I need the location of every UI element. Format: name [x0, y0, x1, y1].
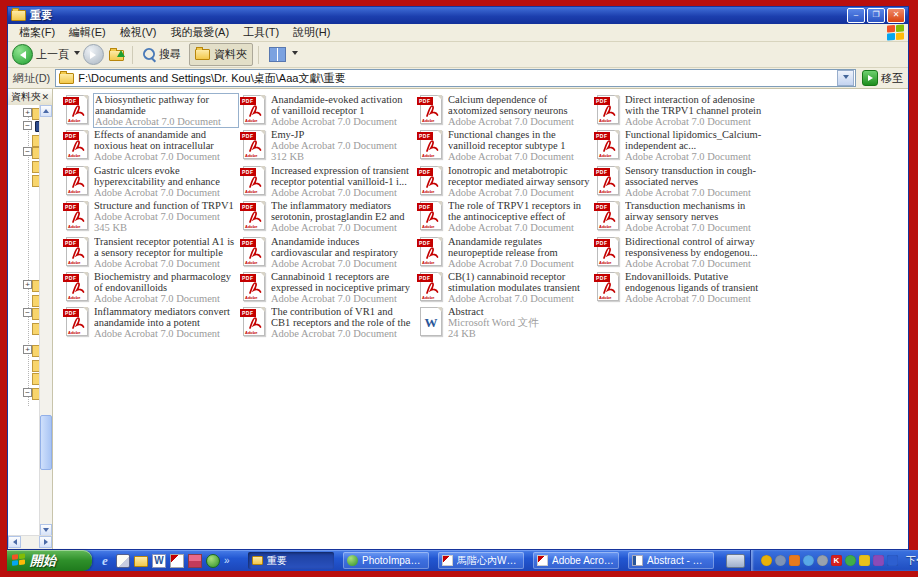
menu-item-2[interactable]: 檢視(V) — [113, 24, 164, 41]
tree-row[interactable] — [8, 373, 40, 385]
tree-row[interactable]: + — [8, 280, 40, 292]
file-item[interactable]: PDFAdobeStructure and function of TRPV1A… — [63, 200, 239, 235]
menu-item-0[interactable]: 檔案(F) — [12, 24, 62, 41]
scroll-up-button[interactable] — [40, 105, 52, 117]
file-item[interactable]: PDFAdobeGastric ulcers evoke hyperexcita… — [63, 165, 239, 200]
taskbar-clock[interactable]: 下午 03:44 — [906, 554, 918, 568]
file-item[interactable]: PDFAdobeThe role of TRPV1 receptors in t… — [417, 200, 593, 235]
tray-icon[interactable] — [845, 555, 856, 566]
language-bar-icon[interactable] — [726, 554, 745, 568]
address-input[interactable]: F:\Documents and Settings\Dr. Kou\桌面\Aaa… — [78, 71, 837, 86]
title-bar[interactable]: 重要 – ❐ ✕ — [8, 7, 908, 24]
tree-expander-icon[interactable]: − — [23, 388, 32, 397]
file-item[interactable]: PDFAdobeFunctional lipidomics_Calcium-in… — [594, 129, 770, 164]
tree-row[interactable]: + — [8, 108, 40, 120]
address-combo[interactable]: F:\Documents and Settings\Dr. Kou\桌面\Aaa… — [55, 69, 856, 87]
tray-icon[interactable] — [789, 555, 800, 566]
scroll-right-button[interactable] — [39, 536, 52, 548]
tree-expander-icon[interactable]: − — [23, 121, 32, 130]
file-item[interactable]: PDFAdobeAnandamide-evoked activation of … — [240, 94, 416, 129]
back-dropdown-icon[interactable] — [74, 51, 80, 58]
tree-expander-icon[interactable]: − — [23, 147, 32, 156]
tray-icon[interactable] — [873, 555, 884, 566]
tray-icon[interactable] — [887, 555, 898, 566]
file-item[interactable]: PDFAdobeSensory transduction in cough-as… — [594, 165, 770, 200]
tray-icon[interactable] — [817, 555, 828, 566]
restore-button[interactable]: ❐ — [867, 8, 885, 23]
file-item[interactable]: PDFAdobeDirect interaction of adenosine … — [594, 94, 770, 129]
start-button[interactable]: 開始 — [7, 550, 92, 571]
file-item[interactable]: PDFAdobeTransient receptor potential A1 … — [63, 236, 239, 271]
more-quicklaunch-icon[interactable]: » — [224, 554, 232, 568]
file-item[interactable]: PDFAdobeIncreased expression of transien… — [240, 165, 416, 200]
tree-row[interactable] — [8, 175, 40, 187]
menu-item-5[interactable]: 說明(H) — [286, 24, 337, 41]
tray-icon[interactable] — [775, 555, 786, 566]
folder-quicklaunch-icon[interactable] — [134, 556, 148, 567]
scrollbar-thumb[interactable] — [40, 415, 52, 470]
file-item[interactable]: PDFAdobeEndovanilloids. Putative endogen… — [594, 271, 770, 306]
file-item[interactable]: WAbstractMicrosoft Word 文件24 KB — [417, 306, 593, 341]
file-item[interactable]: PDFAdobeCalcium dependence of axotomized… — [417, 94, 593, 129]
taskbar-button[interactable]: PhotoImpact -... — [343, 552, 429, 569]
file-item[interactable]: PDFAdobeThe contribution of VR1 and CB1 … — [240, 306, 416, 341]
show-desktop-quicklaunch-icon[interactable] — [116, 554, 130, 568]
menu-item-3[interactable]: 我的最愛(A) — [163, 24, 236, 41]
tree-row[interactable]: − — [8, 147, 40, 159]
tree-vertical-scrollbar[interactable] — [39, 105, 52, 536]
tree-row[interactable] — [8, 135, 40, 147]
views-button[interactable] — [264, 44, 303, 65]
file-item[interactable]: PDFAdobeEffects of anandamide and noxiou… — [63, 129, 239, 164]
minimize-button[interactable]: – — [847, 8, 865, 23]
file-item[interactable]: PDFAdobeAnandamide induces cardiovascula… — [240, 236, 416, 271]
tree-expander-icon[interactable]: + — [23, 280, 32, 289]
address-dropdown-button[interactable] — [837, 70, 854, 86]
file-item[interactable]: PDFAdobeEmy-JPAdobe Acrobat 7.0 Document… — [240, 129, 416, 164]
tree-row[interactable] — [8, 360, 40, 372]
ie-quicklaunch-icon[interactable]: e — [98, 554, 112, 568]
tree-row[interactable]: − — [8, 308, 40, 320]
photoimpact-quicklaunch-icon[interactable] — [206, 554, 220, 568]
folders-panel-close-icon[interactable]: ✕ — [41, 92, 49, 102]
file-item[interactable]: PDFAdobeInflammatory mediators convert a… — [63, 306, 239, 341]
go-button[interactable]: 移至 — [862, 70, 903, 86]
file-list-area[interactable]: PDFAdobeA biosynthetic pathway for anand… — [53, 89, 908, 549]
file-item[interactable]: PDFAdobeTransduction mechanisms in airwa… — [594, 200, 770, 235]
tray-icon[interactable] — [761, 555, 772, 566]
file-item[interactable]: PDFAdobeBiochemistry and pharmacology of… — [63, 271, 239, 306]
tree-expander-icon[interactable]: + — [23, 108, 32, 117]
file-item[interactable]: PDFAdobeFunctional changes in the vanill… — [417, 129, 593, 164]
tree-row[interactable] — [8, 295, 40, 307]
tree-row[interactable] — [8, 323, 40, 335]
taskbar-button[interactable]: 重要 — [248, 552, 334, 569]
up-button[interactable] — [107, 46, 127, 63]
tree-row[interactable]: + — [8, 345, 40, 357]
tray-icon[interactable] — [859, 555, 870, 566]
taskbar-button[interactable]: 馬階心內Wn... — [438, 552, 524, 569]
file-item[interactable]: PDFAdobeAnandamide regulates neuropeptid… — [417, 236, 593, 271]
tree-expander-icon[interactable]: − — [23, 308, 32, 317]
word-quicklaunch-icon[interactable]: W — [152, 554, 166, 568]
menu-item-1[interactable]: 編輯(E) — [62, 24, 113, 41]
forward-button[interactable] — [83, 44, 104, 65]
close-button[interactable]: ✕ — [887, 8, 905, 23]
tree-horizontal-scrollbar[interactable] — [8, 535, 52, 549]
tree-row[interactable] — [8, 161, 40, 173]
grid-quicklaunch-icon[interactable] — [188, 554, 202, 568]
file-item[interactable]: PDFAdobeIonotropic and metabotropic rece… — [417, 165, 593, 200]
tree-row[interactable]: − — [8, 121, 40, 133]
search-button[interactable]: 搜尋 — [138, 44, 186, 65]
acrobat-quicklaunch-icon[interactable] — [170, 554, 184, 568]
file-item[interactable]: PDFAdobeThe inflammatory mediators serot… — [240, 200, 416, 235]
back-button[interactable] — [12, 44, 33, 65]
scroll-left-button[interactable] — [8, 536, 21, 548]
file-item[interactable]: PDFAdobeBidirectional control of airway … — [594, 236, 770, 271]
file-item[interactable]: PDFAdobeCannabinoid 1 receptors are expr… — [240, 271, 416, 306]
taskbar-button[interactable]: Adobe Acroba... — [533, 552, 619, 569]
folder-tree[interactable]: +−−+−+− — [8, 105, 40, 536]
tree-expander-icon[interactable]: + — [23, 345, 32, 354]
file-item[interactable]: PDFAdobeA biosynthetic pathway for anand… — [63, 94, 239, 129]
tray-icon[interactable] — [803, 555, 814, 566]
tree-row[interactable]: − — [8, 388, 40, 400]
taskbar-button[interactable]: Abstract - Mic... — [628, 552, 714, 569]
